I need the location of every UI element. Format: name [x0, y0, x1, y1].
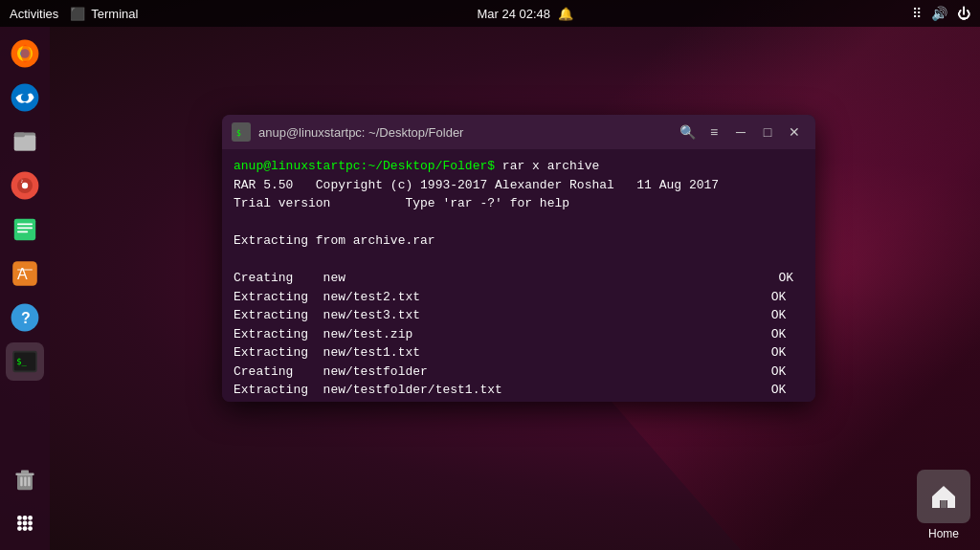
titlebar-left: $ anup@linuxstartpc: ~/Desktop/Folder	[232, 122, 463, 142]
minimize-button[interactable]: ─	[729, 121, 752, 143]
op1-label: Creating new OK	[234, 269, 793, 288]
terminal-window: $ anup@linuxstartpc: ~/Desktop/Folder 🔍 …	[222, 115, 815, 402]
sidebar-item-help[interactable]: ?	[6, 298, 44, 337]
home-label: Home	[928, 527, 959, 540]
terminal-line-1: RAR 5.50 Copyright (c) 1993-2017 Alexand…	[234, 176, 804, 195]
svg-rect-18	[17, 269, 33, 271]
terminal-body[interactable]: anup@linuxstartpc:~/Desktop/Folder$ rar …	[222, 149, 815, 402]
terminal-line-prompt1: anup@linuxstartpc:~/Desktop/Folder$ rar …	[234, 157, 804, 176]
svg-point-30	[17, 516, 22, 520]
terminal-window-icon: $	[232, 122, 251, 142]
close-button[interactable]: ✕	[783, 121, 806, 143]
svg-text:♪: ♪	[20, 177, 23, 184]
home-icon-box[interactable]	[917, 470, 970, 523]
activities-button[interactable]: Activities	[10, 7, 58, 21]
svg-point-4	[21, 94, 29, 101]
svg-point-35	[28, 521, 33, 526]
sidebar-item-app-store[interactable]: A	[6, 254, 44, 293]
svg-text:$_: $_	[16, 357, 27, 366]
maximize-button[interactable]: □	[756, 121, 779, 143]
terminal-title: anup@linuxstartpc: ~/Desktop/Folder	[258, 125, 463, 140]
svg-rect-13	[17, 224, 33, 226]
topbar-left: Activities ⬛ Terminal	[10, 7, 138, 21]
sidebar-item-terminal[interactable]: $_	[6, 342, 44, 381]
terminal-op3: Extracting new/test3.txt OK	[234, 306, 804, 325]
terminal-op6: Creating new/testfolder OK	[234, 363, 804, 382]
titlebar-controls: 🔍 ≡ ─ □ ✕	[676, 121, 806, 143]
home-icon-container[interactable]: Home	[917, 470, 970, 540]
output-line1: RAR 5.50 Copyright (c) 1993-2017 Alexand…	[234, 176, 719, 195]
sidebar-item-app-grid[interactable]	[6, 504, 44, 542]
terminal-line-blank1	[234, 213, 804, 232]
op8-label: Extracting new.zip OK	[234, 400, 786, 403]
network-icon[interactable]: ⠿	[912, 6, 922, 21]
bell-icon[interactable]: 🔔	[558, 7, 573, 21]
op6-label: Creating new/testfolder OK	[234, 363, 786, 382]
svg-point-31	[23, 516, 28, 520]
svg-point-34	[23, 521, 28, 526]
svg-rect-7	[14, 132, 25, 137]
output-line2: Trial version Type 'rar -?' for help	[234, 194, 569, 213]
terminal-op5: Extracting new/test1.txt OK	[234, 343, 804, 363]
svg-rect-41	[941, 500, 947, 508]
sidebar-item-firefox[interactable]	[6, 34, 44, 73]
sidebar-item-rhythmbox[interactable]: ♪	[6, 166, 44, 205]
svg-point-37	[23, 526, 28, 531]
terminal-op1: Creating new OK	[234, 269, 804, 288]
topbar-center: Mar 24 02:48 🔔	[477, 7, 573, 21]
op7-label: Extracting new/testfolder/test1.txt OK	[234, 381, 786, 400]
terminal-op7: Extracting new/testfolder/test1.txt OK	[234, 381, 804, 400]
svg-point-36	[17, 526, 22, 531]
terminal-icon-small: ⬛	[70, 7, 85, 21]
desktop: Activities ⬛ Terminal Mar 24 02:48 🔔 ⠿ 🔊…	[0, 0, 980, 550]
hamburger-button[interactable]: ≡	[702, 121, 725, 143]
svg-point-32	[28, 516, 33, 520]
op3-label: Extracting new/test3.txt OK	[234, 306, 786, 325]
svg-rect-29	[28, 477, 30, 487]
sidebar-item-files[interactable]	[6, 122, 44, 161]
topbar-right: ⠿ 🔊 ⏻	[912, 6, 970, 21]
svg-rect-15	[17, 231, 28, 233]
sidebar-item-thunderbird[interactable]	[6, 78, 44, 117]
svg-point-33	[17, 521, 22, 526]
output-line4: Extracting from archive.rar	[234, 231, 435, 251]
svg-point-38	[28, 526, 33, 531]
power-icon[interactable]: ⏻	[957, 6, 970, 21]
terminal-op2: Extracting new/test2.txt OK	[234, 288, 804, 307]
svg-text:$: $	[236, 129, 241, 138]
op5-label: Extracting new/test1.txt OK	[234, 343, 786, 363]
terminal-line-extracting-from: Extracting from archive.rar	[234, 231, 804, 251]
terminal-op8: Extracting new.zip OK	[234, 400, 804, 403]
svg-rect-12	[14, 219, 35, 240]
terminal-line-blank2	[234, 251, 804, 270]
svg-rect-14	[17, 228, 33, 230]
datetime-label: Mar 24 02:48	[477, 7, 550, 21]
sidebar-dock: ♪ A ?	[0, 27, 50, 550]
svg-text:?: ?	[21, 310, 31, 326]
sidebar-item-trash[interactable]	[6, 460, 44, 498]
svg-rect-6	[14, 136, 35, 151]
sidebar-item-text-editor[interactable]	[6, 210, 44, 249]
terminal-line-2: Trial version Type 'rar -?' for help	[234, 194, 804, 213]
topbar-app: ⬛ Terminal	[70, 7, 138, 21]
op2-label: Extracting new/test2.txt OK	[234, 288, 786, 307]
svg-rect-26	[21, 470, 29, 473]
search-button[interactable]: 🔍	[676, 121, 699, 143]
command: rar x archive	[495, 157, 599, 176]
terminal-titlebar: $ anup@linuxstartpc: ~/Desktop/Folder 🔍 …	[222, 115, 815, 149]
volume-icon[interactable]: 🔊	[931, 6, 947, 21]
topbar: Activities ⬛ Terminal Mar 24 02:48 🔔 ⠿ 🔊…	[0, 0, 980, 27]
dock-bottom	[6, 460, 44, 542]
prompt1: anup@linuxstartpc:~/Desktop/Folder$	[234, 157, 495, 176]
svg-rect-27	[20, 477, 22, 487]
topbar-app-name[interactable]: Terminal	[91, 7, 138, 21]
svg-rect-28	[24, 477, 26, 487]
terminal-op4: Extracting new/test.zip OK	[234, 325, 804, 344]
svg-text:A: A	[17, 266, 28, 282]
op4-label: Extracting new/test.zip OK	[234, 325, 786, 344]
